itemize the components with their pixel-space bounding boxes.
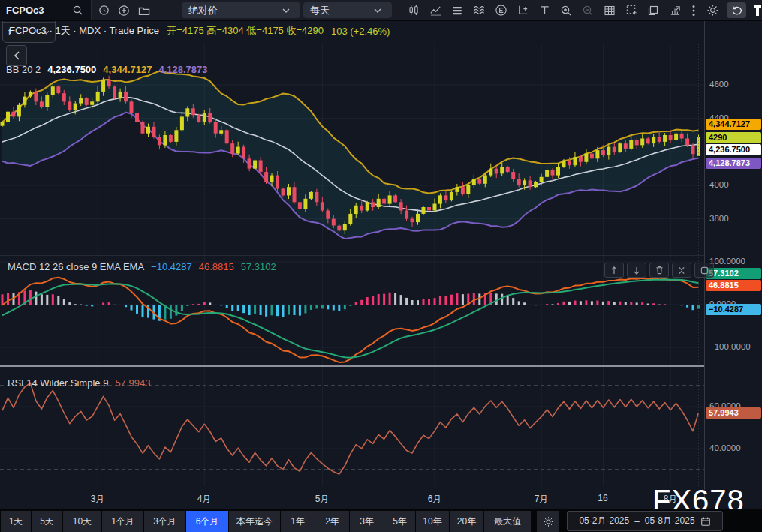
undo-button[interactable]: [727, 2, 746, 18]
date-separator: –: [634, 516, 640, 527]
compare-waves-icon[interactable]: [471, 3, 486, 18]
macd-line-badge: 46.8815: [706, 280, 761, 291]
folder-icon[interactable]: [137, 3, 152, 18]
range-button-6m[interactable]: 6个月: [186, 511, 228, 532]
add-symbol-icon[interactable]: [116, 3, 131, 18]
pane-maximize-icon[interactable]: [694, 263, 714, 278]
zoom-in-icon[interactable]: [559, 3, 574, 18]
symbol-search-box[interactable]: FCPOc3: [0, 0, 92, 20]
range-button-3y[interactable]: 3年: [350, 511, 384, 532]
last-price-badge: 4290: [706, 132, 761, 143]
price-mode-label: 绝对价: [188, 4, 218, 17]
symbol-info-row: FCPOc3 · 1天 · MDX · Trade Price 开=4175 高…: [9, 25, 390, 37]
range-button-3m[interactable]: 3个月: [144, 511, 185, 532]
range-button-5y[interactable]: 5年: [384, 511, 415, 532]
export-chart-icon[interactable]: [667, 3, 682, 18]
screenshot-icon[interactable]: [624, 3, 639, 18]
interval-select[interactable]: 每天: [303, 2, 392, 18]
time-label: 8月: [664, 493, 678, 506]
data-table-icon[interactable]: [602, 3, 617, 18]
macd-tick: 100.0000: [709, 257, 745, 266]
macd-legend[interactable]: MACD 12 26 close 9 EMA EMA −10.4287 46.8…: [8, 261, 276, 272]
trading-app: FCPOc3 绝对价 每天: [0, 0, 762, 532]
copy-layout-icon[interactable]: [646, 3, 661, 18]
bb-basis-price-badge: 4,236.7500: [706, 144, 761, 155]
top-toolbar: FCPOc3 绝对价 每天: [0, 0, 762, 21]
price-tick: 4600: [709, 80, 729, 89]
bb-legend[interactable]: BB 20 2 4,236.7500 4,344.7127 4,128.7873: [6, 64, 208, 75]
bb-upper-value: 4,344.7127: [103, 64, 152, 75]
bb-basis-value: 4,236.7500: [47, 64, 96, 75]
bb-lower-price-badge: 4,128.7873: [706, 158, 761, 169]
range-button-1m[interactable]: 1个月: [102, 511, 143, 532]
macd-tick: −100.0000: [709, 342, 751, 351]
pane-move-up-icon[interactable]: [604, 263, 624, 278]
pane-delete-icon[interactable]: [649, 263, 669, 278]
time-label: 3月: [91, 493, 105, 506]
back-button[interactable]: [6, 45, 27, 66]
rsi-value: 57.9943: [115, 377, 150, 389]
price-tick: 3800: [709, 214, 729, 223]
symbol-description[interactable]: FCPOc3 · 1天 · MDX · Trade Price: [9, 24, 159, 38]
macd-pane-toolbar: [604, 263, 714, 278]
templates-icon[interactable]: [450, 3, 465, 18]
rsi-tick: 40.0000: [709, 443, 741, 452]
time-label: 16: [598, 493, 607, 503]
range-button-1d[interactable]: 1天: [1, 511, 31, 532]
chevron-down-icon: [279, 3, 294, 18]
time-label: 7月: [535, 493, 549, 506]
range-button-20y[interactable]: 20年: [450, 511, 483, 532]
bb-upper-price-badge: 4,344.7127: [706, 119, 761, 130]
date-from: 05-2月-2025: [579, 515, 629, 527]
range-button-ytd[interactable]: 本年迄今: [229, 511, 280, 532]
toolbar-left-icons: [96, 0, 152, 20]
toolbar-icons: [406, 0, 762, 20]
range-button-1y[interactable]: 1年: [281, 511, 315, 532]
more-options-icon[interactable]: [689, 3, 698, 18]
search-icon: [70, 3, 85, 18]
range-settings-gear-icon[interactable]: [537, 511, 559, 532]
range-button-10d[interactable]: 10天: [63, 511, 101, 532]
tradingview-logo[interactable]: [753, 3, 762, 18]
symbol-name: FCPOc3: [6, 5, 44, 16]
text-tool-icon[interactable]: [537, 3, 552, 18]
macd-line-value: 46.8815: [199, 261, 234, 272]
date-range-picker[interactable]: 05-2月-2025 – 05-8月-2025: [567, 511, 723, 531]
time-label: 6月: [428, 493, 442, 506]
range-button-10y[interactable]: 10年: [416, 511, 449, 532]
time-label: 5月: [315, 493, 330, 506]
range-button-5d[interactable]: 5天: [32, 511, 62, 532]
indicators-icon[interactable]: [428, 3, 443, 18]
candlestick-style-icon[interactable]: [406, 3, 421, 18]
date-to: 05-8月-2025: [645, 515, 695, 527]
ohlc-values: 开=4175 高=4304 低=4175 收=4290: [167, 24, 324, 38]
macd-signal-badge: 57.3102: [706, 268, 761, 279]
rsi-legend[interactable]: RSI 14 Wilder Simple 9 57.9943: [8, 377, 150, 389]
chevron-down-icon: [370, 3, 385, 18]
interval-label: 每天: [310, 4, 330, 17]
bb-lower-value: 4,128.7873: [158, 64, 207, 75]
economy-icon[interactable]: [493, 3, 508, 18]
macd-hist-badge: −10.4287: [706, 304, 761, 315]
rsi-value-badge: 57.9943: [706, 407, 761, 419]
macd-title: MACD 12 26 close 9 EMA EMA: [8, 261, 144, 272]
change-value: 103 (+2.46%): [331, 26, 390, 37]
zoom-out-icon: [580, 3, 595, 18]
macd-hist-value: −10.4287: [151, 261, 192, 272]
pane-collapse-icon[interactable]: [672, 263, 691, 278]
time-label: 4月: [197, 493, 212, 506]
macd-signal-value: 57.3102: [241, 261, 276, 272]
price-mode-select[interactable]: 绝对价: [182, 2, 300, 18]
rsi-title: RSI 14 Wilder Simple 9: [8, 377, 108, 389]
bottom-range-bar: 1天 5天 10天 1个月 3个月 6个月 本年迄今 1年 2年 3年 5年 1…: [0, 509, 762, 532]
pane-move-down-icon[interactable]: [627, 263, 646, 278]
history-clock-icon[interactable]: [96, 3, 111, 18]
calendar-icon: [700, 516, 711, 527]
measure-icon[interactable]: [515, 3, 530, 18]
time-axis[interactable]: 3月 4月 5月 6月 7月 16 8月: [0, 488, 704, 509]
price-tick: 4000: [709, 180, 729, 189]
range-button-2y[interactable]: 2年: [315, 511, 349, 532]
settings-gear-icon[interactable]: [705, 3, 720, 18]
range-button-max[interactable]: 最大值: [484, 511, 531, 532]
